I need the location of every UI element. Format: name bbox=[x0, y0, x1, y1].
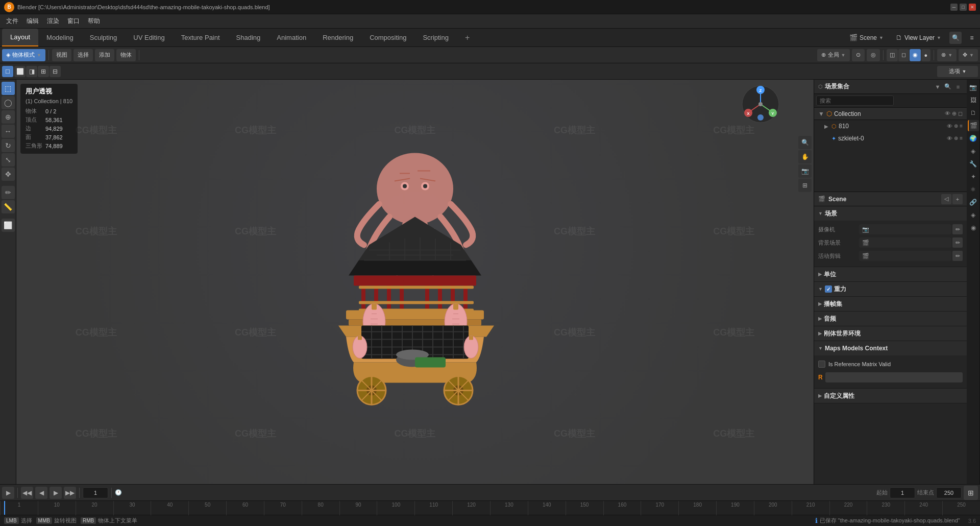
prop-tab-view-layer[interactable]: 🗋 bbox=[968, 107, 979, 118]
action-edit-button[interactable]: ✏ bbox=[952, 251, 963, 261]
view-menu[interactable]: 视图 bbox=[52, 49, 71, 61]
3d-viewport[interactable]: CG模型主 CG模型主 CG模型主 CG模型主 CG模型主 CG模型主 CG模型… bbox=[16, 80, 814, 484]
tab-layout[interactable]: Layout bbox=[2, 29, 38, 46]
tab-compositing[interactable]: Compositing bbox=[361, 29, 414, 46]
outliner-item-810[interactable]: ▶ ⬡ 810 👁 ⊕ ≡ bbox=[814, 120, 967, 132]
menu-item-file[interactable]: 文件 bbox=[2, 16, 22, 27]
collection-select-icon[interactable]: ◻ bbox=[958, 110, 963, 117]
viewport-btn-4[interactable]: ⊟ bbox=[50, 66, 61, 77]
select-box-tool[interactable]: ⬚ bbox=[2, 82, 15, 95]
next-frame-button[interactable]: ▶ bbox=[50, 487, 62, 499]
item-szkielet-restrict[interactable]: ⊕ bbox=[954, 135, 958, 141]
transform-orientation[interactable]: ⊕ 全局 ▼ bbox=[817, 49, 850, 61]
audio-section-header[interactable]: ▶ 音频 bbox=[814, 312, 967, 326]
prop-tab-object[interactable]: ◈ bbox=[968, 146, 979, 157]
prev-frame-button[interactable]: ◀ bbox=[35, 487, 47, 499]
tab-shading[interactable]: Shading bbox=[228, 29, 269, 46]
tab-scripting[interactable]: Scripting bbox=[414, 29, 457, 46]
solid-shading[interactable]: ◻ bbox=[898, 49, 909, 61]
item-810-eye[interactable]: 👁 bbox=[947, 123, 952, 129]
prop-tab-world[interactable]: 🌍 bbox=[968, 133, 979, 144]
viewport-btn-1[interactable]: ⬜ bbox=[14, 66, 26, 77]
view-layer-selector[interactable]: 🗋 View Layer ▼ bbox=[892, 34, 945, 41]
gizmos-toggle[interactable]: ✥ ▼ bbox=[959, 49, 978, 61]
background-prop-value[interactable]: 🎬 bbox=[859, 237, 951, 248]
rigid-body-section-header[interactable]: ▶ 刚体世界环境 bbox=[814, 326, 967, 341]
outliner-options-icon[interactable]: ≡ bbox=[953, 82, 963, 91]
prop-tab-physics[interactable]: ⚛ bbox=[968, 184, 979, 195]
frame-cursor[interactable] bbox=[4, 501, 5, 515]
transform-tool[interactable]: ✥ bbox=[2, 168, 15, 181]
prop-tab-particles[interactable]: ✦ bbox=[968, 171, 979, 182]
camera-edit-button[interactable]: ✏ bbox=[952, 224, 963, 234]
tab-texture-paint[interactable]: Texture Paint bbox=[173, 29, 228, 46]
ref-matrix-checkbox[interactable] bbox=[818, 361, 825, 368]
camera-prop-value[interactable]: 📷 bbox=[859, 224, 951, 234]
action-prop-value[interactable]: 🎬 bbox=[859, 251, 951, 261]
outliner-filter-icon[interactable]: ▼ bbox=[933, 82, 942, 91]
rotate-tool[interactable]: ↻ bbox=[2, 139, 15, 152]
move-tool[interactable]: ↔ bbox=[2, 125, 15, 138]
minimize-button[interactable]: ─ bbox=[950, 4, 958, 11]
zoom-in-button[interactable]: 🔍 bbox=[798, 136, 812, 149]
collection-restrict-icon[interactable]: ⊕ bbox=[952, 110, 957, 117]
tab-sculpting[interactable]: Sculpting bbox=[82, 29, 125, 46]
item-szkielet-eye[interactable]: 👁 bbox=[947, 135, 952, 141]
collection-eye-icon[interactable]: 👁 bbox=[945, 110, 950, 117]
outliner-search-input[interactable] bbox=[816, 95, 894, 106]
units-section-header[interactable]: ▶ 单位 bbox=[814, 267, 967, 281]
prop-tab-output[interactable]: 🖼 bbox=[968, 94, 979, 106]
tab-uv-editing[interactable]: UV Editing bbox=[125, 29, 173, 46]
close-button[interactable]: ✕ bbox=[969, 4, 976, 11]
frame-range-bar[interactable]: 1 10 20 30 40 50 60 70 80 90 100 110 120… bbox=[0, 500, 980, 515]
tab-rendering[interactable]: Rendering bbox=[314, 29, 361, 46]
tab-animation[interactable]: Animation bbox=[268, 29, 314, 46]
lookdev-shading[interactable]: ◉ bbox=[910, 49, 921, 61]
keying-sets-button[interactable]: ⊞ bbox=[964, 486, 978, 500]
item-810-filter[interactable]: ≡ bbox=[960, 123, 963, 129]
prop-tab-modifier[interactable]: 🔧 bbox=[968, 158, 979, 170]
menu-item-render[interactable]: 渲染 bbox=[43, 16, 63, 27]
scene-selector[interactable]: 🎬 Scene ▼ bbox=[845, 34, 888, 41]
jump-end-button[interactable]: ▶▶ bbox=[64, 487, 76, 499]
background-edit-button[interactable]: ✏ bbox=[952, 237, 963, 248]
r-value-field[interactable] bbox=[825, 372, 963, 382]
prop-tab-material[interactable]: ◉ bbox=[968, 222, 979, 233]
menu-item-window[interactable]: 窗口 bbox=[63, 16, 84, 27]
add-workspace-button[interactable]: + bbox=[457, 29, 478, 46]
prop-tab-data[interactable]: ◈ bbox=[968, 209, 979, 221]
menu-item-help[interactable]: 帮助 bbox=[84, 16, 104, 27]
outliner-search-icon[interactable]: 🔍 bbox=[943, 82, 952, 91]
proportional-editing[interactable]: ◎ bbox=[867, 49, 880, 61]
filter-button[interactable]: ≡ bbox=[966, 32, 978, 44]
snap-toggle[interactable]: ⊙ bbox=[852, 49, 865, 61]
item-szkielet-filter[interactable]: ≡ bbox=[960, 135, 963, 141]
maps-models-section-header[interactable]: ▼ Maps Models Context bbox=[814, 341, 967, 355]
select-menu[interactable]: 选择 bbox=[74, 49, 93, 61]
item-810-restrict[interactable]: ⊕ bbox=[954, 123, 958, 129]
prop-tab-render[interactable]: 📷 bbox=[968, 82, 979, 93]
current-frame-display[interactable]: 1 bbox=[83, 487, 108, 498]
overlays-toggle[interactable]: ⊗ ▼ bbox=[937, 49, 957, 61]
collection-expand-arrow[interactable]: ▼ bbox=[818, 110, 824, 117]
display-toggle-button[interactable]: ⊞ bbox=[798, 179, 812, 192]
scene-browse-button[interactable]: ◁ bbox=[941, 194, 951, 204]
outliner-item-szkielet[interactable]: ✦ szkielet-0 👁 ⊕ ≡ bbox=[814, 132, 967, 145]
play-button[interactable]: ▶ bbox=[2, 487, 14, 499]
add-cube-tool[interactable]: ⬜ bbox=[2, 219, 15, 232]
mode-selector[interactable]: ◈ 物体模式 ▼ bbox=[2, 49, 45, 61]
keyframes-section-header[interactable]: ▶ 播帧集 bbox=[814, 297, 967, 311]
add-menu[interactable]: 添加 bbox=[95, 49, 114, 61]
blender-logo-icon[interactable]: B bbox=[4, 2, 14, 12]
start-frame-display[interactable]: 1 bbox=[890, 487, 915, 498]
scale-tool[interactable]: ⤡ bbox=[2, 153, 15, 166]
scene-add-button[interactable]: + bbox=[952, 194, 963, 204]
prop-tab-constraints[interactable]: 🔗 bbox=[968, 197, 979, 208]
scene-section-header[interactable]: ▼ 场景 bbox=[814, 206, 967, 221]
select-indicator[interactable]: 选项 ▼ bbox=[937, 66, 978, 77]
navigation-gizmo[interactable]: Z Y X bbox=[740, 84, 781, 125]
cursor-tool[interactable]: ⊕ bbox=[2, 110, 15, 124]
viewport-btn-3[interactable]: ⊞ bbox=[38, 66, 49, 77]
gravity-section-header[interactable]: ▼ ✓ 重力 bbox=[814, 282, 967, 296]
camera-view-button[interactable]: 📷 bbox=[798, 164, 812, 178]
